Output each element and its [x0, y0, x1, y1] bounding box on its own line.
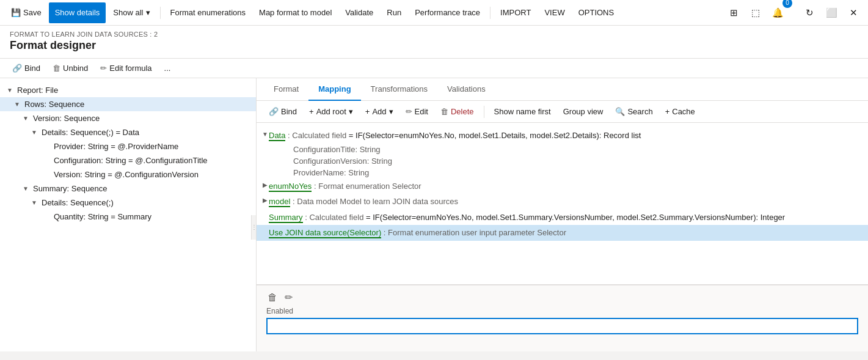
validate-button[interactable]: Validate — [339, 2, 379, 23]
bottom-edit-button[interactable]: ✏ — [283, 290, 294, 304]
mapping-item-enum[interactable]: ▶ enumNoYes : Format enumeration Selecto… — [257, 178, 868, 194]
bottom-input[interactable] — [266, 318, 858, 334]
field-name: Data — [269, 131, 285, 141]
delete-icon: 🗑 — [440, 107, 448, 116]
tree-label: Rows: Sequence — [22, 98, 87, 110]
link-icon: 🔗 — [269, 107, 279, 116]
tree-label: Report: File — [15, 84, 60, 96]
format-enumerations-button[interactable]: Format enumerations — [164, 2, 252, 23]
tab-mapping[interactable]: Mapping — [308, 78, 360, 101]
mapping-item-join[interactable]: Use JOIN data source(Selector) : Format … — [257, 225, 868, 241]
cache-button[interactable]: + Cache — [660, 105, 700, 119]
tree-toggle: ▼ — [21, 185, 31, 192]
field-name5: Use JOIN data source(Selector) — [269, 228, 381, 238]
chevron-icon2: ▾ — [389, 107, 393, 116]
group-view-button[interactable]: Group view — [558, 105, 608, 119]
tree-item-configuration[interactable]: Configuration: String = @.ConfigurationT… — [0, 153, 256, 167]
save-icon: 💾 — [11, 8, 21, 17]
tree-item-summary-seq[interactable]: ▼ Summary: Sequence — [0, 182, 256, 196]
tree-label: Quantity: String = Summary — [51, 211, 154, 222]
nav-right: ⊞ ⬚ 🔔 0 ↻ ⬜ ✕ — [724, 3, 863, 23]
tree-item-rows[interactable]: ▼ Rows: Sequence — [0, 97, 256, 111]
tree-label: Provider: String = @.ProviderName — [51, 141, 181, 152]
left-panel: ▼ Report: File ▼ Rows: Sequence ▼ Versio… — [0, 78, 257, 351]
bottom-section: 🗑 ✏ Enabled — [257, 284, 868, 351]
mapping-item-summary[interactable]: Summary : Calculated field = IF(Selector… — [257, 210, 868, 226]
mapping-separator — [484, 106, 484, 118]
refresh-button[interactable]: ↻ — [800, 3, 819, 23]
mapping-text3: model : Data model Model to learn JOIN d… — [269, 197, 458, 207]
plus-icon2: + — [365, 107, 370, 116]
tree-label: Version: Sequence — [31, 112, 102, 124]
import-button[interactable]: IMPORT — [494, 2, 537, 23]
field-type: : Calculated field — [288, 131, 346, 140]
mapping-sub-providername[interactable]: ProviderName: String — [257, 167, 868, 178]
tree-item-quantity[interactable]: Quantity: String = Summary — [0, 210, 256, 224]
cache-plus-icon: + — [665, 107, 670, 116]
performance-trace-button[interactable]: Performance trace — [409, 2, 486, 23]
mapping-text: Data : Calculated field = IF(Selector=en… — [269, 131, 641, 141]
tree-label: Version: String = @.ConfigurationVersion — [51, 169, 201, 180]
mapping-sub-configversion[interactable]: ConfigurationVersion: String — [257, 155, 868, 167]
tree-label: Summary: Sequence — [31, 183, 109, 194]
view-button[interactable]: VIEW — [538, 2, 571, 23]
bind-button[interactable]: 🔗 Bind — [7, 61, 45, 75]
mapping-bind-button[interactable]: 🔗 Bind — [264, 105, 302, 119]
tab-transformations[interactable]: Transformations — [361, 78, 437, 101]
tree-toggle: ▼ — [29, 199, 39, 206]
save-button[interactable]: 💾 Save — [5, 2, 48, 23]
field-name4: Summary — [269, 213, 303, 223]
more-button[interactable]: ... — [159, 61, 176, 75]
unbind-button[interactable]: 🗑 Unbind — [48, 61, 93, 75]
tree-item-report[interactable]: ▼ Report: File — [0, 83, 256, 97]
mapping-item-data[interactable]: ▼ Data : Calculated field = IF(Selector=… — [257, 128, 868, 144]
edit-formula-button[interactable]: ✏ Edit formula — [95, 61, 156, 75]
plus-icon: + — [309, 107, 314, 116]
options-button[interactable]: OPTIONS — [572, 2, 621, 23]
grid-icon-button[interactable]: ⊞ — [724, 3, 743, 23]
bottom-delete-button[interactable]: 🗑 — [266, 290, 279, 304]
tree-item-version-seq[interactable]: ▼ Version: Sequence — [0, 111, 256, 125]
chevron-icon: ▾ — [349, 107, 353, 116]
mapping-content: Data : Calculated field = IF(Selector=en… — [269, 130, 861, 142]
expand-icon: ▼ — [257, 130, 269, 138]
mapping-add-button[interactable]: + Add ▾ — [360, 105, 398, 119]
mapping-area: ▼ Data : Calculated field = IF(Selector=… — [257, 123, 868, 284]
show-details-button[interactable]: Show details — [49, 2, 106, 23]
tab-format[interactable]: Format — [264, 78, 308, 101]
close-button[interactable]: ✕ — [844, 3, 863, 23]
mapping-sub-configtitle[interactable]: ConfigurationTitle: String — [257, 144, 868, 155]
field-name2: enumNoYes — [269, 182, 312, 192]
tree-item-version-str[interactable]: Version: String = @.ConfigurationVersion — [0, 167, 256, 182]
page-header: FORMAT TO LEARN JOIN DATA SOURCES : 2 Fo… — [0, 26, 868, 59]
mapping-edit-button[interactable]: ✏ Edit — [401, 105, 433, 119]
show-all-button[interactable]: Show all ▾ — [107, 2, 156, 23]
tree-item-details-seq2[interactable]: ▼ Details: Sequence(;) — [0, 196, 256, 210]
office-icon-button[interactable]: ⬚ — [746, 3, 765, 23]
search-button[interactable]: 🔍 Search — [610, 105, 657, 119]
formula-icon: ✏ — [100, 64, 107, 73]
trash-icon: 🗑 — [268, 292, 277, 303]
tree-label: Details: Sequence(;) = Data — [39, 127, 142, 138]
bind-icon: 🔗 — [12, 64, 22, 73]
mapping-delete-button[interactable]: 🗑 Delete — [436, 105, 479, 119]
tree-label: Details: Sequence(;) — [39, 197, 116, 208]
tree-item-provider[interactable]: Provider: String = @.ProviderName — [0, 139, 256, 153]
expand-icon4 — [257, 211, 269, 213]
resize-handle[interactable]: ⋮ — [251, 215, 256, 240]
bottom-actions: 🗑 ✏ — [266, 290, 858, 304]
mapping-add-root-button[interactable]: + Add root ▾ — [304, 105, 358, 119]
field-type3: : Data model Model to learn JOIN data so… — [293, 197, 458, 206]
mapping-text2: enumNoYes : Format enumeration Selector — [269, 182, 421, 192]
show-name-first-button[interactable]: Show name first — [489, 105, 556, 119]
top-nav: 💾 Save Show details Show all ▾ Format en… — [0, 0, 868, 26]
mapping-item-model[interactable]: ▶ model : Data model Model to learn JOIN… — [257, 194, 868, 210]
popout-button[interactable]: ⬜ — [822, 3, 841, 23]
map-format-button[interactable]: Map format to model — [253, 2, 338, 23]
tree-item-details-seq[interactable]: ▼ Details: Sequence(;) = Data — [0, 125, 256, 139]
tab-validations[interactable]: Validations — [437, 78, 495, 101]
tab-bar: Format Mapping Transformations Validatio… — [257, 78, 868, 101]
run-button[interactable]: Run — [381, 2, 407, 23]
breadcrumb: FORMAT TO LEARN JOIN DATA SOURCES : 2 — [10, 31, 858, 38]
nav-separator-2 — [490, 7, 491, 19]
